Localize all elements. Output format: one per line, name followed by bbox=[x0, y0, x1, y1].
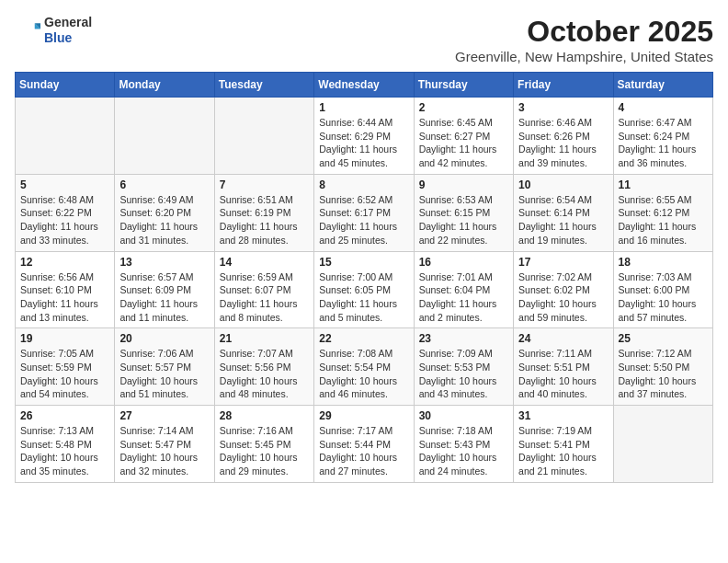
day-number: 6 bbox=[119, 178, 209, 191]
day-info: Sunrise: 6:49 AM Sunset: 6:20 PM Dayligh… bbox=[119, 193, 209, 247]
calendar-header-wednesday: Wednesday bbox=[314, 73, 414, 98]
calendar-day-cell: 4Sunrise: 6:47 AM Sunset: 6:24 PM Daylig… bbox=[613, 98, 712, 175]
calendar-day-cell: 7Sunrise: 6:51 AM Sunset: 6:19 PM Daylig… bbox=[214, 174, 313, 251]
day-info: Sunrise: 7:18 AM Sunset: 5:43 PM Dayligh… bbox=[419, 424, 508, 478]
day-number: 19 bbox=[20, 332, 109, 345]
day-info: Sunrise: 6:48 AM Sunset: 6:22 PM Dayligh… bbox=[20, 193, 109, 247]
day-number: 7 bbox=[220, 178, 309, 191]
day-info: Sunrise: 6:44 AM Sunset: 6:29 PM Dayligh… bbox=[319, 116, 408, 170]
calendar-day-cell: 14Sunrise: 6:59 AM Sunset: 6:07 PM Dayli… bbox=[214, 251, 313, 328]
calendar-day-cell: 16Sunrise: 7:01 AM Sunset: 6:04 PM Dayli… bbox=[414, 251, 513, 328]
calendar-day-cell: 29Sunrise: 7:17 AM Sunset: 5:44 PM Dayli… bbox=[314, 406, 414, 483]
calendar-week-row: 19Sunrise: 7:05 AM Sunset: 5:59 PM Dayli… bbox=[16, 328, 713, 406]
day-info: Sunrise: 7:02 AM Sunset: 6:02 PM Dayligh… bbox=[518, 270, 608, 325]
calendar-header-row: SundayMondayTuesdayWednesdayThursdayFrid… bbox=[16, 73, 713, 98]
calendar-day-cell bbox=[613, 406, 712, 483]
calendar-day-cell: 28Sunrise: 7:16 AM Sunset: 5:45 PM Dayli… bbox=[214, 406, 313, 483]
calendar-day-cell bbox=[16, 98, 115, 175]
calendar-day-cell: 9Sunrise: 6:53 AM Sunset: 6:15 PM Daylig… bbox=[414, 174, 513, 251]
title-area: October 2025 Greenville, New Hampshire, … bbox=[455, 15, 713, 64]
page-header: General Blue October 2025 Greenville, Ne… bbox=[15, 15, 713, 64]
day-number: 15 bbox=[319, 256, 408, 269]
day-number: 24 bbox=[518, 332, 608, 345]
day-info: Sunrise: 7:07 AM Sunset: 5:56 PM Dayligh… bbox=[220, 347, 309, 401]
calendar-day-cell: 10Sunrise: 6:54 AM Sunset: 6:14 PM Dayli… bbox=[514, 174, 613, 251]
day-number: 13 bbox=[119, 256, 209, 269]
calendar-day-cell: 17Sunrise: 7:02 AM Sunset: 6:02 PM Dayli… bbox=[514, 251, 613, 328]
day-info: Sunrise: 6:46 AM Sunset: 6:26 PM Dayligh… bbox=[518, 116, 608, 170]
day-info: Sunrise: 7:11 AM Sunset: 5:51 PM Dayligh… bbox=[518, 347, 608, 401]
day-info: Sunrise: 7:03 AM Sunset: 6:00 PM Dayligh… bbox=[619, 270, 708, 325]
day-number: 28 bbox=[220, 409, 309, 422]
calendar-header-saturday: Saturday bbox=[613, 73, 712, 98]
day-info: Sunrise: 6:59 AM Sunset: 6:07 PM Dayligh… bbox=[220, 270, 309, 325]
day-number: 31 bbox=[518, 409, 608, 422]
day-number: 5 bbox=[20, 178, 109, 191]
month-title: October 2025 bbox=[455, 15, 713, 49]
calendar-day-cell: 8Sunrise: 6:52 AM Sunset: 6:17 PM Daylig… bbox=[314, 174, 414, 251]
calendar-day-cell: 1Sunrise: 6:44 AM Sunset: 6:29 PM Daylig… bbox=[314, 98, 414, 175]
calendar-day-cell: 23Sunrise: 7:09 AM Sunset: 5:53 PM Dayli… bbox=[414, 328, 513, 406]
day-info: Sunrise: 7:08 AM Sunset: 5:54 PM Dayligh… bbox=[319, 347, 408, 401]
day-number: 11 bbox=[619, 178, 708, 191]
day-number: 16 bbox=[419, 256, 508, 269]
day-number: 23 bbox=[419, 332, 508, 345]
day-info: Sunrise: 6:51 AM Sunset: 6:19 PM Dayligh… bbox=[220, 193, 309, 247]
day-number: 2 bbox=[419, 101, 508, 114]
day-info: Sunrise: 7:09 AM Sunset: 5:53 PM Dayligh… bbox=[419, 347, 508, 401]
day-info: Sunrise: 7:19 AM Sunset: 5:41 PM Dayligh… bbox=[518, 424, 608, 478]
day-number: 17 bbox=[518, 256, 608, 269]
calendar-header-tuesday: Tuesday bbox=[214, 73, 313, 98]
calendar-day-cell bbox=[115, 98, 214, 175]
calendar-header-monday: Monday bbox=[115, 73, 214, 98]
calendar-week-row: 5Sunrise: 6:48 AM Sunset: 6:22 PM Daylig… bbox=[16, 174, 713, 251]
day-info: Sunrise: 6:52 AM Sunset: 6:17 PM Dayligh… bbox=[319, 193, 408, 247]
day-info: Sunrise: 7:05 AM Sunset: 5:59 PM Dayligh… bbox=[20, 347, 109, 401]
calendar-day-cell: 26Sunrise: 7:13 AM Sunset: 5:48 PM Dayli… bbox=[16, 406, 115, 483]
day-number: 8 bbox=[319, 178, 408, 191]
day-info: Sunrise: 7:00 AM Sunset: 6:05 PM Dayligh… bbox=[319, 270, 408, 325]
calendar-day-cell: 11Sunrise: 6:55 AM Sunset: 6:12 PM Dayli… bbox=[613, 174, 712, 251]
day-number: 4 bbox=[619, 101, 708, 114]
day-number: 22 bbox=[319, 332, 408, 345]
calendar-day-cell: 5Sunrise: 6:48 AM Sunset: 6:22 PM Daylig… bbox=[16, 174, 115, 251]
day-number: 29 bbox=[319, 409, 408, 422]
logo-blue: Blue bbox=[44, 30, 92, 46]
day-info: Sunrise: 7:06 AM Sunset: 5:57 PM Dayligh… bbox=[119, 347, 209, 401]
day-number: 1 bbox=[319, 101, 408, 114]
day-info: Sunrise: 6:57 AM Sunset: 6:09 PM Dayligh… bbox=[119, 270, 209, 325]
day-number: 30 bbox=[419, 409, 508, 422]
logo: General Blue bbox=[15, 15, 92, 46]
day-number: 21 bbox=[220, 332, 309, 345]
calendar-day-cell: 6Sunrise: 6:49 AM Sunset: 6:20 PM Daylig… bbox=[115, 174, 214, 251]
day-number: 14 bbox=[220, 256, 309, 269]
calendar-day-cell: 2Sunrise: 6:45 AM Sunset: 6:27 PM Daylig… bbox=[414, 98, 513, 175]
day-info: Sunrise: 6:47 AM Sunset: 6:24 PM Dayligh… bbox=[619, 116, 708, 170]
day-number: 9 bbox=[419, 178, 508, 191]
day-number: 3 bbox=[518, 101, 608, 114]
logo-icon bbox=[15, 17, 40, 43]
logo-general: General bbox=[44, 15, 92, 30]
calendar-day-cell: 18Sunrise: 7:03 AM Sunset: 6:00 PM Dayli… bbox=[613, 251, 712, 328]
svg-rect-2 bbox=[15, 17, 35, 43]
calendar-header-sunday: Sunday bbox=[16, 73, 115, 98]
day-info: Sunrise: 6:54 AM Sunset: 6:14 PM Dayligh… bbox=[518, 193, 608, 247]
calendar-day-cell: 15Sunrise: 7:00 AM Sunset: 6:05 PM Dayli… bbox=[314, 251, 414, 328]
day-info: Sunrise: 7:16 AM Sunset: 5:45 PM Dayligh… bbox=[220, 424, 309, 478]
calendar: SundayMondayTuesdayWednesdayThursdayFrid… bbox=[15, 72, 713, 483]
calendar-day-cell: 25Sunrise: 7:12 AM Sunset: 5:50 PM Dayli… bbox=[613, 328, 712, 406]
calendar-day-cell: 21Sunrise: 7:07 AM Sunset: 5:56 PM Dayli… bbox=[214, 328, 313, 406]
calendar-day-cell: 13Sunrise: 6:57 AM Sunset: 6:09 PM Dayli… bbox=[115, 251, 214, 328]
calendar-day-cell: 30Sunrise: 7:18 AM Sunset: 5:43 PM Dayli… bbox=[414, 406, 513, 483]
day-info: Sunrise: 6:53 AM Sunset: 6:15 PM Dayligh… bbox=[419, 193, 508, 247]
day-number: 25 bbox=[619, 332, 708, 345]
day-info: Sunrise: 7:01 AM Sunset: 6:04 PM Dayligh… bbox=[419, 270, 508, 325]
calendar-day-cell: 24Sunrise: 7:11 AM Sunset: 5:51 PM Dayli… bbox=[514, 328, 613, 406]
calendar-header-thursday: Thursday bbox=[414, 73, 513, 98]
day-info: Sunrise: 6:56 AM Sunset: 6:10 PM Dayligh… bbox=[20, 270, 109, 325]
day-number: 27 bbox=[119, 409, 209, 422]
calendar-week-row: 1Sunrise: 6:44 AM Sunset: 6:29 PM Daylig… bbox=[16, 98, 713, 175]
day-info: Sunrise: 6:45 AM Sunset: 6:27 PM Dayligh… bbox=[419, 116, 508, 170]
day-info: Sunrise: 7:13 AM Sunset: 5:48 PM Dayligh… bbox=[20, 424, 109, 478]
calendar-day-cell: 22Sunrise: 7:08 AM Sunset: 5:54 PM Dayli… bbox=[314, 328, 414, 406]
